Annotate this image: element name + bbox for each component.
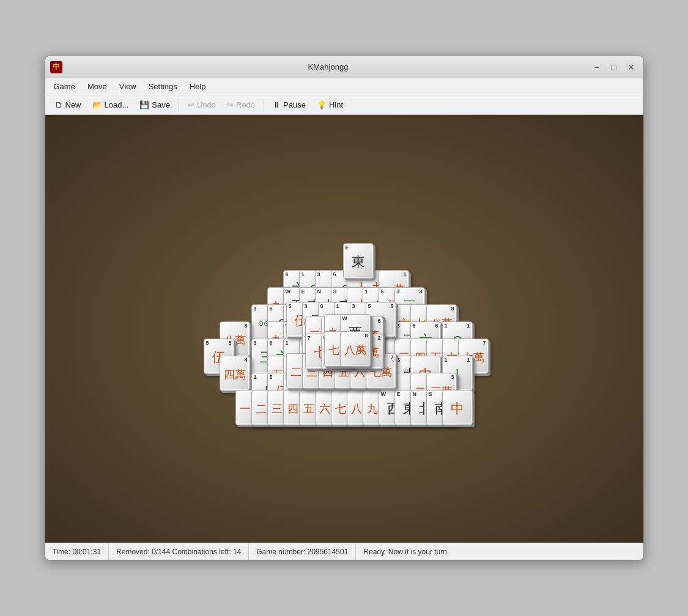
maximize-button[interactable]: □ xyxy=(607,60,621,75)
window-title: KMahjongg xyxy=(67,62,590,72)
hint-button[interactable]: 💡 Hint xyxy=(312,98,348,112)
load-icon: 📂 xyxy=(92,100,102,109)
tile[interactable]: E 東 xyxy=(343,243,374,279)
toolbar-separator-2 xyxy=(264,99,264,111)
titlebar: 中 KMahjongg − □ ✕ xyxy=(45,56,643,78)
menu-help[interactable]: Help xyxy=(183,79,212,94)
menu-game[interactable]: Game xyxy=(48,79,81,94)
toolbar: 🗋 New 📂 Load... 💾 Save ↩ Undo ↪ Redo ⏸ P… xyxy=(45,95,643,115)
redo-icon: ↪ xyxy=(227,100,234,109)
undo-button[interactable]: ↩ Undo xyxy=(183,98,221,112)
pause-icon: ⏸ xyxy=(273,100,281,109)
save-button[interactable]: 💾 Save xyxy=(135,98,175,112)
undo-icon: ↩ xyxy=(188,100,194,109)
menu-view[interactable]: View xyxy=(113,79,142,94)
status-time: Time: 00:01:31 xyxy=(45,543,109,560)
new-icon: 🗋 xyxy=(55,100,63,109)
statusbar: Time: 00:01:31 Removed: 0/144 Combinatio… xyxy=(45,543,643,560)
window-controls: − □ ✕ xyxy=(590,60,638,75)
app-icon: 中 xyxy=(50,61,62,73)
minimize-button[interactable]: − xyxy=(590,60,604,75)
tile[interactable]: 8 八萬 xyxy=(340,331,371,367)
menubar: Game Move View Settings Help xyxy=(45,78,643,95)
save-icon: 💾 xyxy=(139,100,149,109)
tile[interactable]: 4 四萬 xyxy=(220,356,250,391)
toolbar-separator-1 xyxy=(179,99,179,111)
main-window: 中 KMahjongg − □ ✕ Game Move View Setting… xyxy=(45,56,644,560)
new-button[interactable]: 🗋 New xyxy=(50,98,86,112)
tile[interactable]: 中 xyxy=(442,390,473,425)
menu-settings[interactable]: Settings xyxy=(142,79,183,94)
game-area[interactable]: 1 一萬 2 二萬 3 三萬 4 四萬 5 五萬 6 六萬 7 七萬 8 八萬 … xyxy=(45,115,643,543)
pause-button[interactable]: ⏸ Pause xyxy=(268,98,311,112)
load-button[interactable]: 📂 Load... xyxy=(87,98,134,112)
close-button[interactable]: ✕ xyxy=(624,60,638,75)
status-message: Ready. Now it is your turn. xyxy=(356,543,456,560)
menu-move[interactable]: Move xyxy=(81,79,113,94)
hint-icon: 💡 xyxy=(317,100,327,109)
redo-button[interactable]: ↪ Redo xyxy=(222,98,260,112)
status-removed: Removed: 0/144 Combinations left: 14 xyxy=(109,543,249,560)
status-game-number: Game number: 2095614501 xyxy=(249,543,356,560)
